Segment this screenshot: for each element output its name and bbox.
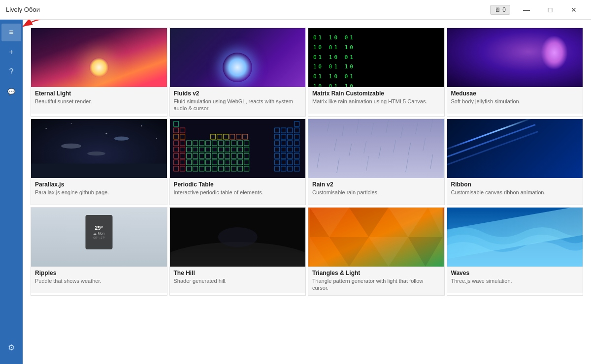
minimize-button[interactable]: — <box>515 2 538 18</box>
card-title-parallax: Parallax.js <box>35 181 163 188</box>
svg-rect-77 <box>294 153 299 158</box>
thumbnail-waves <box>447 208 583 267</box>
card-info-periodic: Periodic Table Interactive periodic tabl… <box>170 178 306 205</box>
wallpaper-card-ribbon[interactable]: Ribbon Customisable canvas ribbon animat… <box>447 119 584 205</box>
wallpaper-card-waves[interactable]: Waves Three.js wave simulation. <box>447 207 584 296</box>
wallpaper-card-rain[interactable]: Rain v2 Customisable rain particles. <box>308 119 445 205</box>
monitor-icon: 🖥 <box>494 6 500 13</box>
svg-rect-35 <box>205 141 210 146</box>
svg-rect-97 <box>193 166 197 171</box>
svg-point-8 <box>87 152 105 155</box>
card-info-waves: Waves Three.js wave simulation. <box>447 267 583 293</box>
svg-rect-74 <box>274 153 279 158</box>
svg-rect-107 <box>281 166 286 171</box>
svg-rect-24 <box>236 134 241 139</box>
content-wrapper: Eternal Light Beautiful sunset render. F… <box>31 28 583 296</box>
svg-rect-108 <box>287 166 292 171</box>
thumbnail-ripples: 29° ☁ Mon ↑37° ↓27° <box>31 208 167 267</box>
svg-rect-76 <box>287 153 292 158</box>
svg-rect-68 <box>212 153 217 158</box>
wallpaper-card-medusae[interactable]: Medusae Soft body jellyfish simulation. <box>447 28 584 117</box>
svg-rect-41 <box>244 141 249 146</box>
svg-rect-23 <box>230 134 234 139</box>
rain-svg <box>308 119 444 178</box>
svg-rect-32 <box>186 141 191 146</box>
title-bar-controls: 🖥 0 — □ ✕ <box>490 2 585 18</box>
sidebar-item-add[interactable]: + <box>1 43 21 61</box>
sidebar-item-library[interactable]: ≡ <box>1 24 21 41</box>
parallax-svg <box>31 119 167 178</box>
card-info-ripples: Ripples Puddle that shows weather. <box>31 267 167 293</box>
sidebar-item-settings[interactable]: ⚙ <box>1 338 21 356</box>
card-title-rain: Rain v2 <box>312 181 440 188</box>
card-desc-ripples: Puddle that shows weather. <box>35 277 163 284</box>
svg-rect-102 <box>225 166 230 171</box>
wallpaper-card-ripples[interactable]: 29° ☁ Mon ↑37° ↓27° Ripples Puddle that … <box>31 207 167 296</box>
wallpaper-card-matrix[interactable]: Matrix Rain Customizable Matrix like rai… <box>308 28 445 117</box>
svg-point-6 <box>61 143 81 148</box>
wallpaper-card-eternal-light[interactable]: Eternal Light Beautiful sunset render. <box>31 28 167 117</box>
svg-rect-51 <box>205 147 210 152</box>
library-icon: ≡ <box>9 28 13 37</box>
svg-rect-14 <box>274 128 279 133</box>
svg-rect-52 <box>212 147 217 152</box>
card-title-periodic: Periodic Table <box>174 181 302 188</box>
svg-rect-15 <box>281 128 286 133</box>
wallpaper-card-periodic[interactable]: Periodic Table Interactive periodic tabl… <box>169 119 306 205</box>
weather-extra: ↑37° ↓27° <box>93 236 105 239</box>
hill-svg <box>170 208 306 267</box>
sidebar-item-chat[interactable]: 💬 <box>1 83 21 100</box>
svg-rect-63 <box>180 153 185 158</box>
svg-rect-103 <box>231 166 236 171</box>
close-button[interactable]: ✕ <box>562 2 585 18</box>
svg-rect-18 <box>173 134 178 139</box>
svg-rect-16 <box>287 128 292 133</box>
svg-rect-96 <box>186 166 191 171</box>
card-desc-the-hill: Shader generated hill. <box>174 277 302 284</box>
title-bar-left: Lively Обои <box>6 6 40 13</box>
svg-rect-56 <box>237 147 242 152</box>
svg-point-3 <box>106 132 107 134</box>
svg-rect-60 <box>287 147 292 152</box>
svg-rect-66 <box>199 153 204 158</box>
title-bar: Lively Обои 🖥 0 — □ ✕ <box>0 0 591 20</box>
card-info-medusae: Medusae Soft body jellyfish simulation. <box>447 87 583 114</box>
wallpaper-card-triangles[interactable]: Triangles & Light Triangle pattern gener… <box>308 207 445 296</box>
svg-rect-83 <box>205 160 210 165</box>
svg-rect-98 <box>199 166 204 171</box>
svg-rect-72 <box>237 153 242 158</box>
card-title-triangles: Triangles & Light <box>312 270 440 276</box>
card-title-the-hill: The Hill <box>174 270 302 276</box>
card-title-ripples: Ripples <box>35 270 163 276</box>
svg-rect-110 <box>310 119 443 178</box>
wallpaper-card-the-hill[interactable]: The Hill Shader generated hill. <box>169 207 306 296</box>
maximize-button[interactable]: □ <box>539 2 561 18</box>
card-info-matrix: Matrix Rain Customizable Matrix like rai… <box>308 87 444 114</box>
svg-rect-20 <box>210 134 215 139</box>
periodic-svg <box>170 119 306 178</box>
monitor-badge[interactable]: 🖥 0 <box>490 5 510 15</box>
svg-rect-61 <box>294 147 299 152</box>
svg-rect-95 <box>180 166 185 171</box>
svg-point-4 <box>141 125 142 126</box>
thumbnail-parallax <box>31 119 167 178</box>
svg-rect-47 <box>180 147 185 152</box>
wallpaper-card-parallax[interactable]: Parallax.js Parallax.js engine github pa… <box>31 119 167 205</box>
svg-rect-94 <box>173 166 178 171</box>
card-desc-waves: Three.js wave simulation. <box>451 277 579 284</box>
svg-rect-62 <box>173 153 178 158</box>
weather-widget: 29° ☁ Mon ↑37° ↓27° <box>85 215 112 249</box>
svg-rect-29 <box>294 134 299 139</box>
svg-point-5 <box>156 138 157 139</box>
svg-rect-21 <box>217 134 222 139</box>
svg-rect-45 <box>294 141 299 146</box>
card-desc-triangles: Triangle pattern generator with light th… <box>312 277 440 292</box>
svg-rect-73 <box>244 153 249 158</box>
thumbnail-triangles <box>308 208 444 267</box>
svg-rect-12 <box>173 128 178 133</box>
thumbnail-medusae <box>447 28 583 87</box>
thumbnail-the-hill <box>170 208 306 267</box>
sidebar-item-help[interactable]: ? <box>1 63 21 81</box>
card-desc-eternal-light: Beautiful sunset render. <box>35 98 163 105</box>
wallpaper-card-fluids-v2[interactable]: Fluids v2 Fluid simulation using WebGL, … <box>169 28 306 117</box>
